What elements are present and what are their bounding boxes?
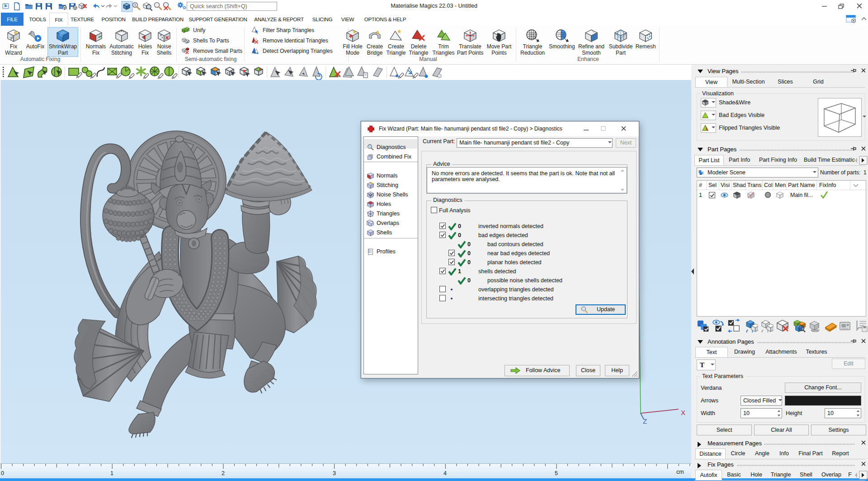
svg-text:Z: Z xyxy=(643,417,647,425)
svg-text:X: X xyxy=(681,409,685,416)
